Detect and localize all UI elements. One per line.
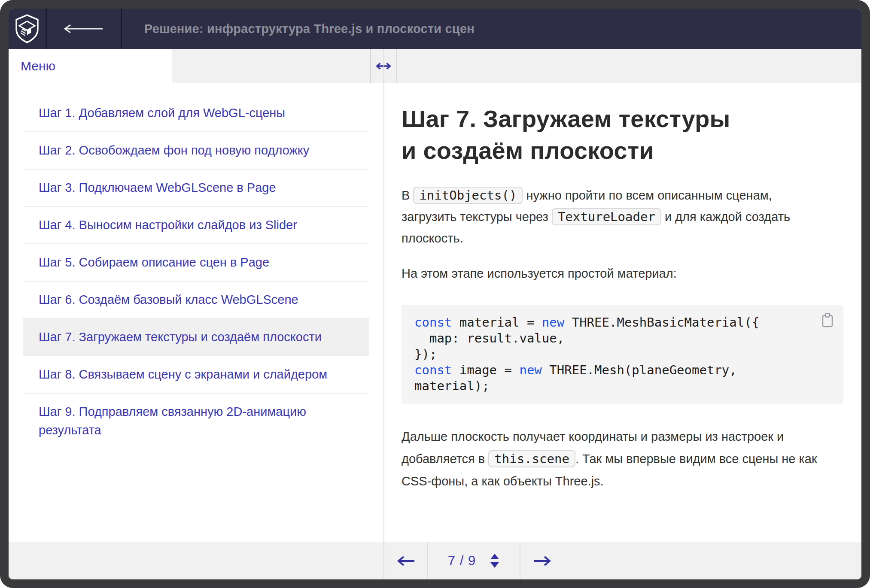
clipboard-icon	[821, 312, 834, 328]
paragraph-material: На этом этапе используется простой матер…	[402, 263, 824, 284]
sidebar-item-step-4[interactable]: Шаг 4. Выносим настройки слайдов из Slid…	[23, 206, 369, 243]
stepper-down-icon	[490, 562, 499, 568]
inline-code: initObjects()	[413, 187, 523, 204]
inline-code: TextureLoader	[552, 208, 661, 225]
step-list: Шаг 1. Добавляем слой для WebGL-сценыШаг…	[9, 95, 383, 449]
page-stepper[interactable]	[490, 554, 499, 568]
sidebar-item-step-8[interactable]: Шаг 8. Связываем сцену с экранами и слай…	[23, 355, 369, 393]
steps-sidebar: Шаг 1. Добавляем слой для WebGL-сценыШаг…	[9, 83, 383, 542]
tab-strip: Меню	[9, 49, 861, 83]
tab-menu-label: Меню	[21, 59, 55, 73]
code-lines: const material = new THREE.MeshBasicMate…	[414, 315, 830, 394]
htmlacademy-shield-icon	[15, 14, 40, 44]
app-logo[interactable]	[9, 9, 46, 49]
page-indicator-group: 7 / 9	[428, 542, 519, 579]
page-title: Шаг 7. Загружаем текстурыи создаём плоск…	[402, 103, 842, 167]
back-button[interactable]	[47, 9, 121, 49]
sidebar-item-step-1[interactable]: Шаг 1. Добавляем слой для WebGL-сцены	[23, 95, 369, 131]
stepper-up-icon	[490, 554, 499, 559]
lesson-title: Решение: инфраструктура Three.js и плоск…	[122, 9, 475, 49]
sidebar-item-step-9[interactable]: Шаг 9. Подправляем связанную 2D-анимацию…	[23, 393, 369, 449]
footer-divider	[520, 542, 520, 579]
code-line: material);	[414, 378, 830, 394]
sidebar-item-step-7[interactable]: Шаг 7. Загружаем текстуры и создаём плос…	[23, 318, 369, 355]
footer-divider	[383, 542, 384, 579]
code-block: const material = new THREE.MeshBasicMate…	[402, 305, 843, 404]
prev-step-button[interactable]	[394, 542, 418, 579]
sidebar-item-step-3[interactable]: Шаг 3. Подключаем WebGLScene в Page	[23, 169, 369, 206]
code-line: const image = new THREE.Mesh(planeGeomet…	[414, 362, 830, 378]
paragraph-intro: В initObjects() нужно пройти по всем опи…	[402, 185, 824, 249]
copy-code-button[interactable]	[821, 312, 834, 328]
sidebar-item-step-6[interactable]: Шаг 6. Создаём базовый класс WebGLScene	[23, 281, 369, 318]
header-bar: Решение: инфраструктура Three.js и плоск…	[9, 9, 861, 49]
strip-divider	[396, 49, 397, 83]
lesson-content: Шаг 7. Загружаем текстурыи создаём плоск…	[384, 83, 861, 542]
code-line: const material = new THREE.MeshBasicMate…	[414, 315, 830, 330]
code-line: map: result.value,	[414, 330, 830, 346]
tab-menu[interactable]: Меню	[9, 49, 172, 83]
app-window: Решение: инфраструктура Three.js и плоск…	[9, 9, 861, 579]
code-line: });	[414, 346, 830, 362]
arrow-left-icon	[396, 555, 416, 567]
next-step-button[interactable]	[530, 542, 554, 579]
strip-divider	[370, 49, 371, 83]
arrow-right-icon	[532, 555, 552, 567]
pagination-bar: 7 / 9	[9, 542, 861, 579]
page-indicator: 7 / 9	[448, 553, 476, 569]
inline-code: this.scene	[488, 450, 575, 467]
window-frame: Решение: инфраструктура Three.js и плоск…	[0, 0, 870, 588]
sidebar-item-step-2[interactable]: Шаг 2. Освобождаем фон под новую подложк…	[23, 131, 369, 169]
sidebar-item-step-5[interactable]: Шаг 5. Собираем описание сцен в Page	[23, 243, 369, 281]
paragraph-outro: Дальше плоскость получает координаты и р…	[402, 425, 824, 492]
back-arrow-icon	[63, 23, 104, 34]
